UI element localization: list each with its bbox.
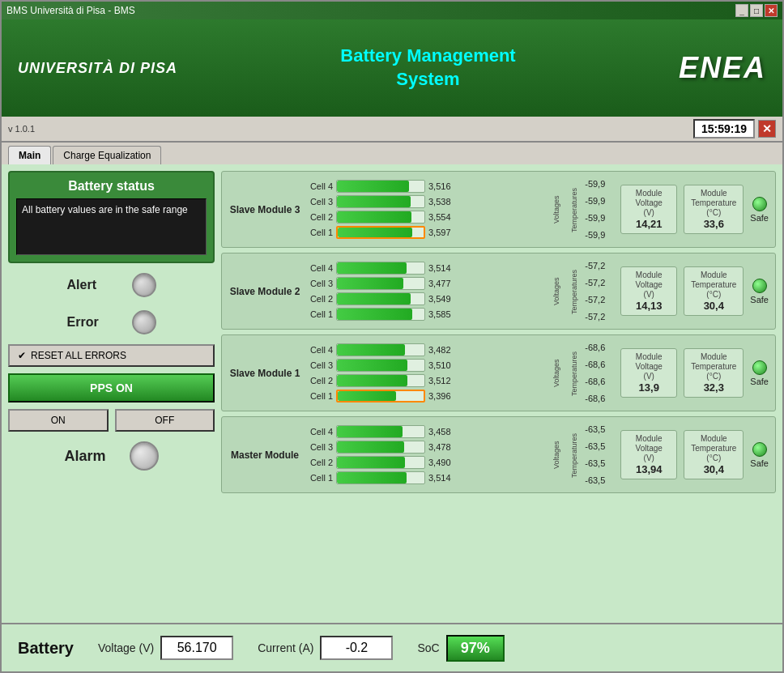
cell-row-2-3: Cell 13,396 bbox=[305, 390, 546, 403]
cell-label-2-1: Cell 3 bbox=[305, 360, 333, 370]
cell-bar-0-1 bbox=[337, 196, 411, 207]
cell-value-3-0: 3,458 bbox=[428, 427, 459, 437]
bottom-bar: Battery Voltage (V) 56.170 Current (A) -… bbox=[2, 623, 782, 671]
cells-grid-2: Cell 43,482Cell 33,510Cell 23,512Cell 13… bbox=[305, 343, 546, 403]
temp-val-2-3: -68,6 bbox=[585, 391, 617, 406]
cell-label-0-3: Cell 1 bbox=[305, 228, 333, 237]
module-row-2: Slave Module 1Cell 43,482Cell 33,510Cell… bbox=[221, 334, 776, 411]
cells-grid-3: Cell 43,458Cell 33,478Cell 23,490Cell 13… bbox=[305, 425, 546, 484]
temp-val-3-1: -63,5 bbox=[585, 439, 617, 454]
cell-row-0-0: Cell 43,516 bbox=[305, 180, 546, 193]
cell-value-2-2: 3,512 bbox=[428, 376, 459, 385]
cell-bar-1-3 bbox=[337, 309, 412, 320]
temp-val-1-3: -57,2 bbox=[585, 309, 617, 324]
cell-bar-container-1-0 bbox=[336, 262, 425, 275]
off-button[interactable]: OFF bbox=[115, 409, 215, 432]
cell-label-0-1: Cell 3 bbox=[305, 197, 333, 207]
temp-val-0-3: -59,9 bbox=[585, 228, 617, 242]
cell-bar-container-1-3 bbox=[336, 308, 425, 321]
cell-label-1-3: Cell 1 bbox=[305, 309, 333, 319]
alarm-row: Alarm bbox=[8, 438, 215, 474]
cell-label-3-0: Cell 4 bbox=[305, 427, 333, 437]
cell-row-0-3: Cell 13,597 bbox=[305, 226, 546, 239]
clock-display: 15:59:19 bbox=[693, 119, 755, 138]
module-label-3: Master Module bbox=[228, 449, 301, 461]
voltages-col-0: Voltages bbox=[549, 181, 564, 239]
cell-row-2-1: Cell 33,510 bbox=[305, 359, 546, 372]
temp-val-0-2: -59,9 bbox=[585, 211, 617, 225]
temp-val-3-2: -63,5 bbox=[585, 456, 617, 471]
soc-label: SoC bbox=[417, 641, 439, 654]
safe-text-3: Safe bbox=[750, 458, 769, 468]
cell-label-1-2: Cell 2 bbox=[305, 294, 333, 304]
clock-area: 15:59:19 ✕ bbox=[693, 119, 776, 138]
temps-label-3: Temperatures bbox=[570, 426, 578, 484]
temp-values-3: -63,5-63,5-63,5-63,5 bbox=[585, 422, 617, 488]
cell-bar-2-0 bbox=[337, 344, 405, 356]
safe-led-1 bbox=[752, 279, 767, 293]
module-label-0: Slave Module 3 bbox=[228, 204, 301, 215]
temp-val-0-1: -59,9 bbox=[585, 194, 617, 208]
temp-val-1-1: -57,2 bbox=[585, 275, 617, 290]
cell-value-0-1: 3,538 bbox=[428, 197, 459, 207]
voltages-label-1: Voltages bbox=[552, 262, 560, 321]
cell-value-3-3: 3,514 bbox=[428, 473, 459, 483]
temps-label-1: Temperatures bbox=[570, 262, 578, 321]
cell-value-1-0: 3,514 bbox=[428, 263, 459, 273]
cell-row-3-3: Cell 13,514 bbox=[305, 471, 546, 484]
safe-indicator-0: Safe bbox=[750, 197, 769, 223]
battery-status-title: Battery status bbox=[16, 179, 207, 194]
cell-value-1-2: 3,549 bbox=[428, 294, 459, 304]
toolbar-close-button[interactable]: ✕ bbox=[758, 120, 776, 138]
module-voltage-box-3: ModuleVoltage(V)13,94 bbox=[620, 430, 677, 479]
voltages-label-0: Voltages bbox=[552, 181, 560, 239]
tab-main[interactable]: Main bbox=[8, 146, 51, 164]
header: Università di Pisa Battery Management Sy… bbox=[2, 19, 782, 117]
error-row: Error bbox=[8, 307, 215, 338]
status-text: All battery values are in the safe range bbox=[22, 204, 188, 215]
cell-row-0-1: Cell 33,538 bbox=[305, 195, 546, 208]
module-temp-box-0: ModuleTemperature(°C)33,6 bbox=[684, 185, 744, 234]
cell-bar-2-3 bbox=[338, 391, 396, 401]
cell-bar-3-0 bbox=[337, 426, 403, 437]
alarm-label: Alarm bbox=[65, 448, 113, 465]
current-value: -0.2 bbox=[320, 636, 393, 660]
main-window: BMS Università di Pisa - BMS _ □ ✕ Unive… bbox=[0, 0, 784, 673]
minimize-button[interactable]: _ bbox=[735, 4, 748, 17]
version-label: v 1.0.1 bbox=[8, 124, 35, 134]
maximize-button[interactable]: □ bbox=[750, 4, 763, 17]
current-group: Current (A) -0.2 bbox=[258, 636, 393, 660]
on-button[interactable]: ON bbox=[8, 409, 109, 432]
app-title: Battery Management System bbox=[340, 45, 515, 91]
safe-text-1: Safe bbox=[750, 295, 769, 305]
temp-values-1: -57,2-57,2-57,2-57,2 bbox=[585, 258, 617, 324]
temp-values-2: -68,6-68,6-68,6-68,6 bbox=[585, 340, 617, 406]
module-stats-0: ModuleVoltage(V)14,21ModuleTemperature(°… bbox=[620, 185, 769, 234]
tabs-bar: Main Charge Equalization bbox=[2, 143, 782, 164]
module-stats-3: ModuleVoltage(V)13,94ModuleTemperature(°… bbox=[620, 430, 769, 479]
enea-logo: ENEA bbox=[679, 51, 766, 85]
cell-value-2-1: 3,510 bbox=[428, 360, 459, 370]
cell-bar-2-2 bbox=[337, 375, 407, 386]
cell-value-0-0: 3,516 bbox=[428, 181, 459, 191]
cell-label-2-2: Cell 2 bbox=[305, 376, 333, 385]
error-label: Error bbox=[67, 315, 116, 330]
cell-bar-container-0-2 bbox=[336, 211, 425, 224]
module-row-0: Slave Module 3Cell 43,516Cell 33,538Cell… bbox=[221, 171, 776, 248]
temps-col-2: Temperatures bbox=[567, 344, 582, 403]
close-button[interactable]: ✕ bbox=[765, 4, 778, 17]
cell-label-1-1: Cell 3 bbox=[305, 279, 333, 288]
cell-value-2-0: 3,482 bbox=[428, 345, 459, 355]
cell-value-0-3: 3,597 bbox=[428, 228, 459, 237]
temps-col-1: Temperatures bbox=[567, 262, 582, 321]
title-bar-buttons: _ □ ✕ bbox=[735, 4, 778, 17]
module-voltage-box-1: ModuleVoltage(V)14,13 bbox=[620, 266, 677, 316]
safe-indicator-2: Safe bbox=[750, 360, 769, 386]
temp-val-2-2: -68,6 bbox=[585, 374, 617, 389]
reset-all-errors-button[interactable]: ✔ RESET ALL ERRORS bbox=[8, 344, 215, 367]
pps-on-button[interactable]: PPS ON bbox=[8, 373, 215, 403]
tab-charge-equalization[interactable]: Charge Equalization bbox=[53, 146, 161, 164]
soc-value: 97% bbox=[446, 635, 505, 662]
temps-col-3: Temperatures bbox=[567, 426, 582, 484]
on-off-row: ON OFF bbox=[8, 409, 215, 432]
